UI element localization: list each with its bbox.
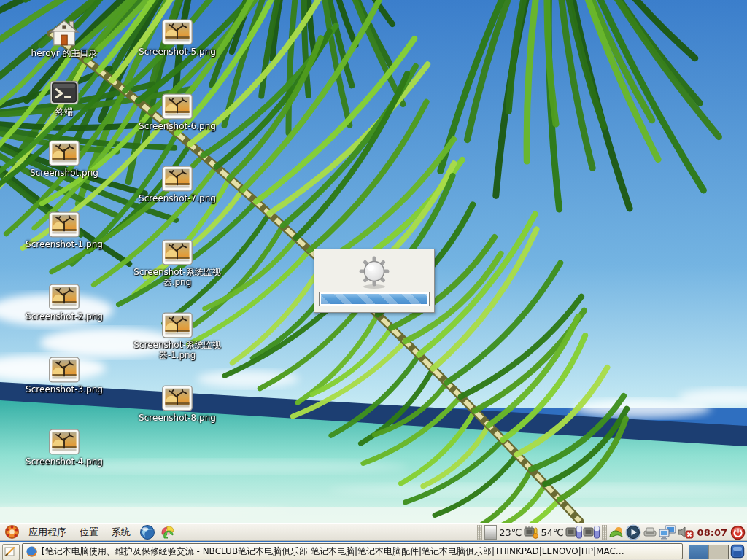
image-file-icon xyxy=(162,93,193,120)
desktop: heroyr 的主目录 终端 Screenshot.png Screenshot… xyxy=(0,0,747,523)
gnome-panel: 应用程序 位置 系统 23℃ xyxy=(0,523,747,541)
image-file-icon xyxy=(162,312,193,338)
image-file-icon xyxy=(162,166,193,192)
workspace-switcher xyxy=(689,545,729,559)
app-launcher-icon[interactable] xyxy=(160,524,176,540)
sensor-temp1: 23℃ xyxy=(499,527,522,538)
icon-label: heroyr 的主目录 xyxy=(9,48,119,58)
menu-places[interactable]: 位置 xyxy=(73,524,105,541)
window-selector-icon[interactable] xyxy=(730,544,745,559)
workspace-2[interactable] xyxy=(708,545,728,559)
splash-progress-fill xyxy=(321,294,427,304)
home-icon xyxy=(49,19,80,47)
window-list-panel: [笔记本电脑使用、维护及保修经验交流 - NBCLUB笔记本电脑俱乐部 笔记本电… xyxy=(0,542,747,560)
sensor-temp2: 54℃ xyxy=(541,527,563,538)
image-file-icon xyxy=(162,19,193,45)
icon-label: 终端 xyxy=(9,106,119,117)
desktop-icon-screenshot-3[interactable]: Screenshot-3.png xyxy=(9,357,119,394)
menu-applications[interactable]: 应用程序 xyxy=(22,524,73,541)
printer-icon[interactable] xyxy=(642,526,658,539)
image-file-icon xyxy=(162,385,193,411)
desktop-icon-terminal[interactable]: 终端 xyxy=(9,80,119,117)
clock[interactable]: 08:07 xyxy=(697,527,727,538)
chip-thermometer-icon[interactable] xyxy=(523,525,539,540)
desktop-icon-home[interactable]: heroyr 的主目录 xyxy=(9,19,119,58)
screen: heroyr 的主目录 终端 Screenshot.png Screenshot… xyxy=(0,0,747,560)
panel-handle[interactable] xyxy=(602,525,607,540)
image-file-icon xyxy=(49,357,80,383)
desktop-icon-screenshot-6[interactable]: Screenshot-6.png xyxy=(123,93,232,131)
workspace-1[interactable] xyxy=(689,545,708,559)
desktop-icon-screenshot-4[interactable]: Screenshot-4.png xyxy=(9,429,119,467)
image-file-icon xyxy=(49,211,80,238)
system-tray: 23℃ 54℃ xyxy=(476,524,746,541)
browser-launcher-icon[interactable] xyxy=(139,524,155,540)
menu-system[interactable]: 系统 xyxy=(105,524,137,541)
chip-gauge-icon[interactable] xyxy=(583,525,600,540)
network-monitors-icon[interactable] xyxy=(658,524,677,540)
show-desktop-button[interactable] xyxy=(2,544,20,560)
firefox-icon xyxy=(26,545,38,558)
splash-dialog xyxy=(314,249,435,313)
desktop-icon-screenshot-7[interactable]: Screenshot-7.png xyxy=(123,166,232,203)
desktop-icon-screenshot-1[interactable]: Screenshot-1.png xyxy=(9,211,119,249)
power-button-icon[interactable] xyxy=(730,525,746,540)
desktop-icon-screenshot-sysmon-1[interactable]: Screenshot-系统监视器-1.png xyxy=(123,312,232,360)
desktop-icon-screenshot-sysmon[interactable]: Screenshot-系统监视器.png xyxy=(123,239,232,287)
image-file-icon xyxy=(49,429,80,455)
image-file-icon xyxy=(49,284,80,310)
media-play-tray-icon[interactable] xyxy=(624,524,642,541)
taskbar-window-title: [笔记本电脑使用、维护及保修经验交流 - NBCLUB笔记本电脑俱乐部 笔记本电… xyxy=(42,545,624,558)
desktop-icon-screenshot-8[interactable]: Screenshot-8.png xyxy=(123,385,232,423)
desktop-icon-screenshot-2[interactable]: Screenshot-2.png xyxy=(9,284,119,322)
show-desktop-icon xyxy=(3,545,18,559)
volume-muted-icon[interactable] xyxy=(677,525,694,540)
terminal-icon xyxy=(50,80,79,105)
desktop-icon-screenshot[interactable]: Screenshot.png xyxy=(9,140,119,178)
desktop-icon-screenshot-5[interactable]: Screenshot-5.png xyxy=(123,19,232,57)
image-file-icon xyxy=(49,140,80,166)
cpufreq-applet-icon[interactable] xyxy=(484,525,497,540)
mine-sun-icon xyxy=(355,255,393,290)
taskbar-window-button[interactable]: [笔记本电脑使用、维护及保修经验交流 - NBCLUB笔记本电脑俱乐部 笔记本电… xyxy=(22,543,683,559)
distro-menu-icon[interactable] xyxy=(4,524,20,540)
panel-handle[interactable] xyxy=(477,525,482,540)
image-file-icon xyxy=(162,239,193,265)
chip-gauge-icon[interactable] xyxy=(565,525,583,540)
weather-applet-icon[interactable] xyxy=(608,525,624,540)
splash-progressbar xyxy=(319,292,430,306)
